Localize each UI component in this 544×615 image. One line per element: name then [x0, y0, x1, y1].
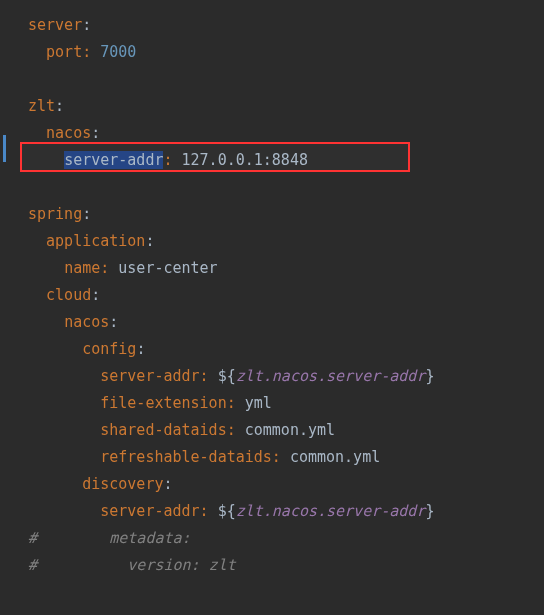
yaml-indent [28, 232, 46, 250]
yaml-suffix: } [425, 367, 434, 385]
yaml-key: name [64, 259, 100, 277]
empty-line[interactable] [28, 66, 544, 93]
yaml-indent [28, 340, 82, 358]
yaml-colon: : [82, 16, 91, 34]
code-line[interactable]: refreshable-dataids: common.yml [28, 444, 544, 471]
yaml-colon: : [82, 205, 91, 223]
yaml-indent [28, 448, 100, 466]
yaml-indent [28, 475, 82, 493]
yaml-key-selected: server-addr [64, 151, 163, 169]
yaml-colon: : [227, 421, 245, 439]
yaml-indent [28, 313, 64, 331]
yaml-indent [28, 151, 64, 169]
yaml-colon: : [91, 124, 100, 142]
yaml-key: server-addr [100, 367, 199, 385]
yaml-indent [28, 43, 46, 61]
yaml-key: config [82, 340, 136, 358]
code-line[interactable]: nacos: [28, 309, 544, 336]
yaml-comment-marker: # [28, 529, 109, 547]
yaml-value: common.yml [290, 448, 380, 466]
yaml-key: refreshable-dataids [100, 448, 272, 466]
yaml-colon: : [109, 313, 118, 331]
yaml-key: discovery [82, 475, 163, 493]
yaml-var: zlt.nacos.server-addr [236, 502, 426, 520]
yaml-indent [28, 259, 64, 277]
cursor-indicator [3, 135, 6, 162]
comment-line[interactable]: # version: zlt [28, 552, 544, 579]
code-line[interactable]: server-addr: ${zlt.nacos.server-addr} [28, 498, 544, 525]
code-line[interactable]: nacos: [28, 120, 544, 147]
yaml-colon: : [136, 340, 145, 358]
code-lines[interactable]: server: port: 7000 zlt: nacos: server-ad… [0, 12, 544, 579]
yaml-colon: : [227, 394, 245, 412]
yaml-key: shared-dataids [100, 421, 226, 439]
yaml-key: port [46, 43, 82, 61]
yaml-value: yml [245, 394, 272, 412]
yaml-colon: : [200, 502, 218, 520]
yaml-value: user-center [118, 259, 217, 277]
yaml-key: file-extension [100, 394, 226, 412]
yaml-indent [28, 286, 46, 304]
yaml-value: 127.0.0.1:8848 [182, 151, 308, 169]
empty-line[interactable] [28, 174, 544, 201]
yaml-indent [28, 394, 100, 412]
yaml-key: nacos [46, 124, 91, 142]
yaml-key: server [28, 16, 82, 34]
yaml-colon: : [163, 475, 172, 493]
code-line[interactable]: server-addr: ${zlt.nacos.server-addr} [28, 363, 544, 390]
yaml-comment-text: version: zlt [127, 556, 235, 574]
yaml-prefix: ${ [218, 502, 236, 520]
yaml-key: cloud [46, 286, 91, 304]
yaml-value: 7000 [100, 43, 136, 61]
yaml-key: zlt [28, 97, 55, 115]
code-line[interactable]: server: [28, 12, 544, 39]
yaml-var: zlt.nacos.server-addr [236, 367, 426, 385]
yaml-value: common.yml [245, 421, 335, 439]
yaml-comment-marker: # [28, 556, 127, 574]
yaml-key: spring [28, 205, 82, 223]
yaml-colon: : [145, 232, 154, 250]
code-line[interactable]: spring: [28, 201, 544, 228]
yaml-key: application [46, 232, 145, 250]
yaml-key: server-addr [100, 502, 199, 520]
yaml-key: nacos [64, 313, 109, 331]
yaml-colon: : [55, 97, 64, 115]
yaml-suffix: } [425, 502, 434, 520]
code-line[interactable]: shared-dataids: common.yml [28, 417, 544, 444]
code-line[interactable]: discovery: [28, 471, 544, 498]
yaml-colon: : [91, 286, 100, 304]
yaml-colon: : [163, 151, 181, 169]
editor-area[interactable]: server: port: 7000 zlt: nacos: server-ad… [0, 0, 544, 579]
yaml-comment-text: metadata: [109, 529, 190, 547]
yaml-indent [28, 502, 100, 520]
yaml-indent [28, 421, 100, 439]
yaml-indent [28, 124, 46, 142]
code-line[interactable]: name: user-center [28, 255, 544, 282]
code-line[interactable]: file-extension: yml [28, 390, 544, 417]
code-line[interactable]: port: 7000 [28, 39, 544, 66]
yaml-colon: : [100, 259, 118, 277]
yaml-indent [28, 367, 100, 385]
code-line[interactable]: zlt: [28, 93, 544, 120]
yaml-colon: : [272, 448, 290, 466]
code-line[interactable]: application: [28, 228, 544, 255]
yaml-colon: : [82, 43, 100, 61]
yaml-prefix: ${ [218, 367, 236, 385]
yaml-colon: : [200, 367, 218, 385]
code-line[interactable]: config: [28, 336, 544, 363]
highlighted-line[interactable]: server-addr: 127.0.0.1:8848 [28, 147, 544, 174]
code-line[interactable]: cloud: [28, 282, 544, 309]
comment-line[interactable]: # metadata: [28, 525, 544, 552]
